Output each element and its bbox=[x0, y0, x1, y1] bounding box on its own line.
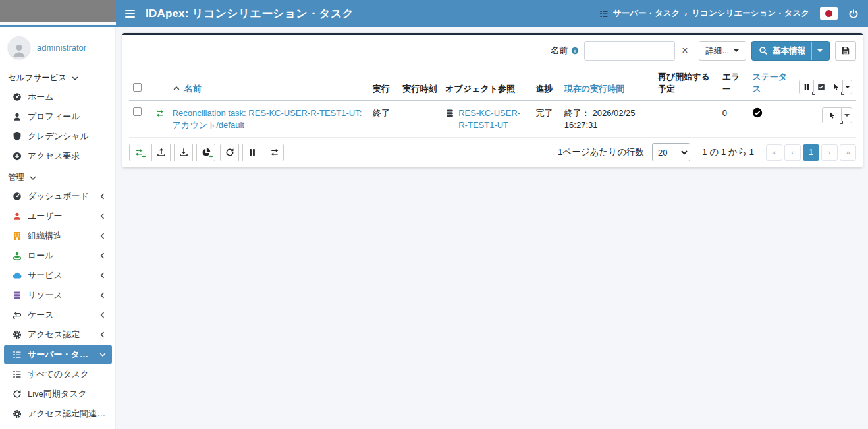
cell-scheduled bbox=[654, 101, 719, 138]
menu-toggle-icon[interactable] bbox=[125, 10, 135, 18]
first-page-button[interactable]: « bbox=[766, 144, 782, 161]
import-object-button[interactable] bbox=[151, 144, 171, 161]
caret-down-icon bbox=[844, 114, 850, 117]
exchange-arrows-icon bbox=[270, 148, 279, 157]
upload-icon bbox=[157, 148, 166, 157]
advanced-search-label: 詳細... bbox=[706, 45, 729, 57]
plus-circle-icon bbox=[13, 152, 22, 161]
sidebar-item-resources[interactable]: リソース bbox=[4, 285, 112, 305]
select-action-button[interactable] bbox=[813, 80, 828, 94]
footer-toolbar-group-1 bbox=[129, 144, 215, 161]
pause-refresh-button[interactable] bbox=[242, 144, 261, 161]
sidebar-item-live-sync-tasks[interactable]: Live同期タスク bbox=[4, 384, 112, 404]
section-label: 管理 bbox=[8, 172, 24, 183]
row-run-button[interactable] bbox=[822, 107, 842, 123]
info-icon[interactable] bbox=[571, 47, 579, 55]
sidebar-item-services[interactable]: サービス bbox=[4, 266, 112, 285]
breadcrumb-item-reconciliation-tasks: リコンシリエーション・タスク bbox=[692, 8, 809, 19]
basic-search-button[interactable]: 基本情報 bbox=[751, 41, 830, 61]
page-1-button[interactable]: 1 bbox=[803, 144, 819, 161]
username[interactable]: administrator bbox=[37, 43, 86, 53]
synchronize-button[interactable] bbox=[265, 144, 284, 161]
sidebar-item-label: リソース bbox=[28, 289, 63, 301]
logout-button[interactable] bbox=[848, 9, 859, 19]
basic-search-dropdown[interactable] bbox=[811, 42, 823, 60]
breadcrumb: サーバー・タスク › リコンシリエーション・タスク bbox=[599, 8, 809, 19]
column-header-current-run[interactable]: 現在の実行時間 bbox=[560, 67, 654, 101]
japan-flag-icon bbox=[825, 10, 832, 17]
breadcrumb-item-server-tasks[interactable]: サーバー・タスク bbox=[613, 8, 680, 19]
sidebar-item-home[interactable]: ホーム bbox=[4, 87, 112, 107]
column-header-errors: エラー bbox=[719, 67, 748, 101]
row-actions-group bbox=[822, 107, 852, 123]
create-report-button[interactable] bbox=[196, 144, 215, 161]
cell-errors: 0 bbox=[719, 101, 748, 138]
status-success-icon bbox=[752, 107, 763, 118]
select-all-checkbox[interactable] bbox=[133, 83, 142, 92]
sidebar-item-profile[interactable]: プロフィール bbox=[4, 107, 112, 127]
download-button[interactable] bbox=[174, 144, 193, 161]
search-bar: 名前 × 詳細... 基本情報 bbox=[122, 35, 863, 67]
object-ref-link[interactable]: RES-KC-USER-R-TEST1-UT bbox=[458, 107, 528, 131]
sidebar-item-label: ロール bbox=[28, 250, 54, 262]
refresh-button[interactable] bbox=[220, 144, 239, 161]
run-tasks-button[interactable] bbox=[828, 80, 843, 94]
sidebar-item-credentials[interactable]: クレデンシャル bbox=[4, 127, 112, 146]
cell-exec-time bbox=[398, 101, 441, 138]
multi-marker bbox=[840, 121, 843, 124]
page-size-select[interactable]: 20 bbox=[652, 143, 690, 161]
basic-search-label: 基本情報 bbox=[773, 45, 805, 57]
language-flag-button[interactable] bbox=[820, 7, 838, 20]
chevron-left-icon bbox=[99, 291, 107, 299]
sidebar-item-certification-tasks[interactable]: アクセス認定関連タ... bbox=[4, 404, 112, 424]
clear-search-button[interactable]: × bbox=[680, 45, 689, 57]
sidebar-item-dashboard[interactable]: ダッシュボード bbox=[4, 186, 112, 206]
search-input[interactable] bbox=[584, 41, 675, 61]
plus-icon bbox=[209, 154, 213, 159]
sidebar-item-org-structure[interactable]: 組織構造 bbox=[4, 226, 112, 246]
user-panel[interactable]: administrator bbox=[0, 31, 116, 67]
sidebar-item-label: アクセス要求 bbox=[28, 150, 80, 162]
create-reconciliation-task-button[interactable] bbox=[129, 144, 148, 161]
gear-icon bbox=[13, 409, 22, 418]
sidebar: administrator セルフサービス ホーム プロフィール クレデンシャル… bbox=[0, 27, 116, 429]
sidebar-item-label: ケース bbox=[28, 309, 54, 321]
row-count-label: 1 の 1 から 1 bbox=[702, 146, 754, 158]
sidebar-item-import-tasks[interactable]: インポート・タスク bbox=[4, 424, 112, 429]
sidebar-item-access-certification[interactable]: アクセス認定 bbox=[4, 325, 112, 345]
sidebar-item-access-request[interactable]: アクセス要求 bbox=[4, 146, 112, 166]
floppy-disk-icon bbox=[841, 46, 850, 55]
sidebar-item-all-tasks[interactable]: すべてのタスク bbox=[4, 364, 112, 384]
advanced-search-dropdown-button[interactable]: 詳細... bbox=[699, 41, 746, 61]
chevron-left-icon bbox=[99, 331, 107, 339]
sidebar-item-label: サーバー・タスク bbox=[28, 349, 93, 360]
sidebar-item-label: すべてのタスク bbox=[28, 368, 89, 380]
suspend-tasks-button[interactable] bbox=[799, 80, 814, 94]
last-page-button[interactable]: » bbox=[840, 144, 856, 161]
cursor-icon bbox=[832, 83, 840, 91]
footer-toolbar-group-2 bbox=[220, 144, 284, 161]
column-header-name[interactable]: 名前 bbox=[169, 67, 369, 101]
sidebar-section-administration[interactable]: 管理 bbox=[0, 166, 116, 186]
sidebar-item-label: アクセス認定 bbox=[28, 329, 80, 341]
sidebar-item-server-tasks[interactable]: サーバー・タスク bbox=[4, 345, 112, 364]
column-header-status[interactable]: ステータス bbox=[748, 67, 795, 101]
column-header-scheduled: 再び開始する予定 bbox=[654, 67, 719, 101]
rows-per-page-label: 1ページあたりの行数 bbox=[558, 146, 644, 158]
column-header-exec-time: 実行時刻 bbox=[398, 67, 441, 101]
sidebar-section-self-service[interactable]: セルフサービス bbox=[0, 67, 116, 87]
next-page-button[interactable]: › bbox=[821, 144, 838, 161]
table-row: Reconciliation task: RES-KC-USER-R-TEST1… bbox=[129, 101, 856, 138]
chevron-left-icon bbox=[99, 311, 107, 319]
column-header-executing: 実行 bbox=[369, 67, 398, 101]
row-checkbox[interactable] bbox=[133, 107, 142, 116]
database-icon bbox=[13, 291, 22, 300]
prev-page-button[interactable]: ‹ bbox=[784, 144, 801, 161]
cell-progress: 完了 bbox=[531, 101, 560, 138]
save-search-button[interactable] bbox=[835, 41, 856, 61]
task-name-link[interactable]: Reconciliation task: RES-KC-USER-R-TEST1… bbox=[173, 108, 362, 130]
sidebar-item-users[interactable]: ユーザー bbox=[4, 206, 112, 226]
tachometer-icon bbox=[13, 192, 22, 201]
sidebar-item-roles[interactable]: ロール bbox=[4, 246, 112, 266]
sidebar-item-cases[interactable]: ケース bbox=[4, 305, 112, 325]
